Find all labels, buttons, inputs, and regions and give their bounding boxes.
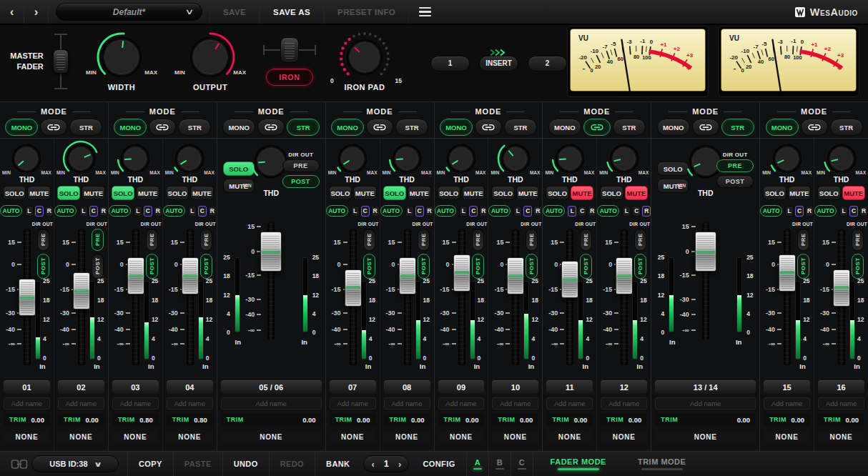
pan-c-button[interactable]: C: [578, 206, 586, 217]
pan-r-button[interactable]: R: [99, 206, 108, 217]
pan-l-button[interactable]: L: [568, 206, 576, 217]
auto-button[interactable]: AUTO: [380, 205, 403, 217]
post-button[interactable]: POST: [526, 254, 538, 279]
routing-selector[interactable]: NONE: [330, 430, 376, 444]
output-knob[interactable]: [176, 31, 245, 86]
menu-button[interactable]: [409, 0, 440, 24]
pre-button[interactable]: PRE: [526, 229, 538, 251]
fader-cap[interactable]: [182, 257, 199, 294]
trim-control[interactable]: TRIM0.00: [492, 413, 538, 426]
post-button[interactable]: POST: [716, 175, 754, 188]
pre-button[interactable]: PRE: [716, 159, 754, 172]
auto-button[interactable]: AUTO: [435, 205, 457, 217]
width-knob[interactable]: [87, 31, 156, 86]
pre-button[interactable]: PRE: [580, 229, 592, 251]
undo-button[interactable]: UNDO: [225, 452, 267, 476]
solo-button[interactable]: SOLO: [763, 186, 786, 200]
copy-button[interactable]: COPY: [129, 452, 172, 476]
pan-c-button[interactable]: C: [35, 206, 44, 217]
routing-selector[interactable]: NONE: [221, 430, 322, 444]
mute-button[interactable]: MUTE: [788, 186, 811, 200]
pan-l-button[interactable]: L: [459, 206, 468, 217]
trim-control[interactable]: TRIM0.00: [330, 413, 376, 426]
routing-selector[interactable]: NONE: [764, 430, 810, 444]
iron-pad-knob[interactable]: [329, 31, 400, 86]
mode-mono-button[interactable]: MONO: [766, 119, 799, 136]
solo-button[interactable]: SOLO: [600, 186, 623, 200]
mode-mono-button[interactable]: MONO: [331, 119, 364, 136]
pan-l-button[interactable]: L: [25, 206, 34, 217]
pan-l-button[interactable]: L: [839, 206, 848, 217]
trim-control[interactable]: TRIM0.00: [384, 413, 430, 426]
channel-name-input[interactable]: [546, 397, 593, 410]
mode-str-button[interactable]: STR: [178, 119, 211, 136]
solo-button[interactable]: SOLO: [166, 186, 189, 200]
slot-b-button[interactable]: B: [490, 452, 509, 476]
fader-track[interactable]: [621, 229, 628, 366]
auto-button[interactable]: AUTO: [54, 205, 77, 217]
solo-button[interactable]: SOLO: [383, 186, 406, 200]
auto-button[interactable]: AUTO: [814, 205, 837, 217]
solo-button[interactable]: SOLO: [112, 186, 134, 200]
solo-button[interactable]: SOLO: [57, 186, 80, 200]
preset-next-button[interactable]: ›: [24, 0, 49, 24]
fader-track[interactable]: [512, 229, 519, 366]
solo-button[interactable]: SOLO: [329, 186, 352, 200]
pan-c-button[interactable]: C: [144, 206, 152, 217]
usb-id-selector[interactable]: USB ID:38 ∨: [31, 455, 119, 472]
solo-button[interactable]: SOLO: [3, 186, 26, 200]
mode-str-button[interactable]: STR: [721, 119, 754, 136]
post-button[interactable]: POST: [363, 254, 375, 279]
insert-point-1-button[interactable]: 1: [430, 56, 470, 71]
pan-c-button[interactable]: C: [361, 206, 370, 217]
save-as-button[interactable]: SAVE AS: [260, 0, 324, 24]
pan-r-button[interactable]: R: [533, 206, 542, 217]
pre-button[interactable]: PRE: [852, 229, 864, 251]
pan-l-button[interactable]: L: [785, 206, 794, 217]
channel-name-input[interactable]: [655, 397, 756, 410]
pan-r-button[interactable]: R: [859, 206, 868, 217]
iron-toggle[interactable]: [263, 36, 316, 64]
mute-button[interactable]: MUTE: [516, 186, 539, 200]
fader-track[interactable]: [784, 229, 791, 366]
pan-l-button[interactable]: L: [622, 206, 631, 217]
pan-r-button[interactable]: R: [45, 206, 54, 217]
routing-selector[interactable]: NONE: [655, 430, 756, 444]
mute-button[interactable]: MUTE: [82, 186, 104, 200]
channel-name-input[interactable]: [58, 397, 104, 410]
post-button[interactable]: POST: [92, 254, 104, 279]
channel-name-input[interactable]: [330, 397, 376, 410]
pan-r-button[interactable]: R: [154, 206, 162, 217]
channel-name-input[interactable]: [4, 397, 50, 410]
slot-a-button[interactable]: A: [468, 452, 487, 476]
auto-button[interactable]: AUTO: [0, 205, 22, 217]
pre-button[interactable]: PRE: [363, 229, 375, 251]
routing-selector[interactable]: NONE: [601, 430, 647, 444]
trim-control[interactable]: TRIM0.00: [601, 413, 647, 426]
fader-track[interactable]: [132, 229, 139, 366]
mode-link-button[interactable]: [40, 119, 67, 136]
pre-button[interactable]: PRE: [146, 229, 158, 251]
master-fader[interactable]: [49, 31, 73, 92]
fader-track[interactable]: [404, 229, 411, 366]
trim-control[interactable]: TRIM0.00: [655, 413, 756, 426]
mode-mono-button[interactable]: MONO: [657, 119, 690, 136]
bank-prev-icon[interactable]: ‹: [371, 460, 374, 469]
mode-str-button[interactable]: STR: [287, 119, 320, 136]
auto-button[interactable]: AUTO: [543, 205, 565, 217]
mute-button[interactable]: MUTE: [353, 186, 376, 200]
mode-mono-button[interactable]: MONO: [5, 119, 38, 136]
mode-mono-button[interactable]: MONO: [222, 119, 255, 136]
mute-button[interactable]: MUTE: [190, 186, 213, 200]
pan-c-button[interactable]: C: [632, 206, 641, 217]
pre-button[interactable]: PRE: [200, 229, 212, 251]
channel-name-input[interactable]: [818, 397, 864, 410]
routing-selector[interactable]: NONE: [818, 430, 864, 444]
mode-link-button[interactable]: [692, 119, 719, 136]
mode-str-button[interactable]: STR: [504, 119, 537, 136]
auto-button[interactable]: AUTO: [163, 205, 185, 217]
channel-name-input[interactable]: [112, 397, 159, 410]
post-button[interactable]: POST: [37, 254, 49, 279]
channel-name-input[interactable]: [167, 397, 213, 410]
mute-button[interactable]: MUTE: [571, 186, 593, 200]
